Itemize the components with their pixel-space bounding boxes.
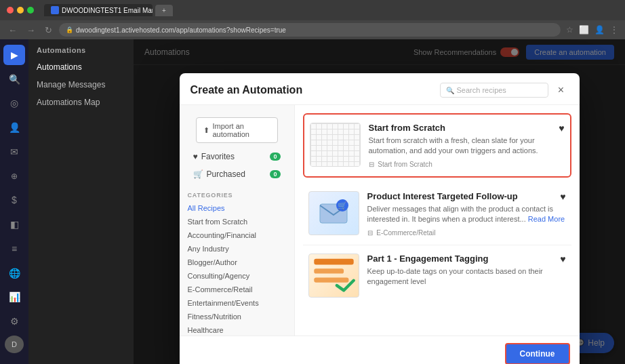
- recipe-tag-product-interest: E-Commerce/Retail: [367, 229, 566, 237]
- url-text: dwoodingtest1.activehosted.com/app/autom…: [76, 26, 286, 34]
- favorites-section: ⬆ Import an automation ♥ Favorites 0: [180, 105, 294, 186]
- extensions-icon[interactable]: ⬜: [578, 24, 590, 36]
- modal-right-panel: Start from Scratch Start from scratch wi…: [295, 105, 580, 336]
- new-tab-button[interactable]: +: [155, 5, 173, 16]
- profile-icon[interactable]: 👤: [593, 24, 606, 36]
- sidebar-item-manage-messages[interactable]: Manage Messages: [28, 76, 134, 94]
- traffic-light-minimize[interactable]: [17, 7, 24, 14]
- modal-header-right: 🔍 Search recipes ×: [440, 83, 569, 98]
- category-all-recipes[interactable]: All Recipes: [180, 201, 294, 215]
- svg-rect-5: [314, 277, 348, 282]
- category-entertainment[interactable]: Entertainment/Events: [180, 296, 294, 310]
- recipe-heart-engagement[interactable]: ♥: [560, 254, 565, 264]
- favorites-item[interactable]: ♥ Favorites 0: [188, 148, 286, 165]
- cart-icon: 🛒: [193, 169, 203, 179]
- import-btn-label: Import an automation: [213, 122, 270, 138]
- url-bar[interactable]: 🔒 dwoodingtest1.activehosted.com/app/aut…: [59, 23, 561, 37]
- recipe-title-engagement: Part 1 - Engagement Tagging: [367, 254, 566, 264]
- import-icon: ⬆: [203, 126, 209, 135]
- purchased-item[interactable]: 🛒 Purchased 0: [188, 166, 286, 182]
- continue-button[interactable]: Continue: [505, 343, 570, 364]
- back-button[interactable]: ←: [5, 24, 20, 37]
- secondary-sidebar: Automations Automations Manage Messages …: [28, 39, 134, 364]
- sidebar-icon-settings[interactable]: ⚙: [3, 311, 25, 331]
- category-healthcare[interactable]: Healthcare: [180, 323, 294, 336]
- create-automation-modal: Create an Automation 🔍 Search recipes ×: [180, 73, 580, 364]
- traffic-light-close[interactable]: [7, 7, 14, 14]
- category-consulting[interactable]: Consulting/Agency: [180, 269, 294, 283]
- email-svg-icon: 🛒: [317, 196, 350, 230]
- sidebar-icon-contacts[interactable]: 👤: [3, 117, 25, 138]
- traffic-light-maximize[interactable]: [27, 7, 34, 14]
- sidebar-item-automations[interactable]: Automations: [28, 58, 134, 76]
- svg-text:🛒: 🛒: [338, 201, 347, 210]
- category-fitness[interactable]: Fitness/Nutrition: [180, 310, 294, 323]
- category-start-from-scratch[interactable]: Start from Scratch: [180, 215, 294, 228]
- icon-sidebar: ▶ 🔍 ◎ 👤 ✉ ⊕ $ ◧ ≡ 🌐 📊 ⚙ D: [0, 39, 28, 364]
- tab-title: DWOODINGTEST1 Email Mar...: [62, 7, 153, 14]
- sidebar-icon-list[interactable]: ≡: [3, 239, 25, 259]
- favorites-label: Favorites: [201, 152, 235, 161]
- recipe-desc-product-interest: Deliver messages that align with the pro…: [367, 204, 566, 225]
- tab-bar: DWOODINGTEST1 Email Mar... × +: [44, 4, 618, 16]
- category-ecommerce[interactable]: E-Commerce/Retail: [180, 283, 294, 296]
- sidebar-item-automations-map[interactable]: Automations Map: [28, 94, 134, 111]
- forward-button[interactable]: →: [24, 24, 38, 37]
- browser-titlebar: DWOODINGTEST1 Email Mar... × +: [0, 0, 625, 20]
- heart-icon: ♥: [193, 152, 198, 161]
- import-automation-button[interactable]: ⬆ Import an automation: [196, 117, 278, 143]
- refresh-button[interactable]: ↻: [42, 24, 55, 37]
- sidebar-icon-search[interactable]: 🔍: [3, 69, 25, 89]
- browser-tab-active[interactable]: DWOODINGTEST1 Email Mar... ×: [44, 4, 153, 16]
- sidebar-icon-pages[interactable]: ◧: [3, 214, 25, 235]
- sidebar-icon-location[interactable]: ◎: [3, 94, 25, 114]
- star-icon[interactable]: ☆: [565, 24, 575, 36]
- modal-close-button[interactable]: ×: [554, 83, 569, 98]
- search-recipes-input[interactable]: 🔍 Search recipes: [440, 83, 548, 98]
- recipe-heart-product-interest[interactable]: ♥: [560, 191, 565, 202]
- sidebar-icon-analytics[interactable]: 📊: [3, 287, 25, 308]
- menu-icon[interactable]: ⋮: [609, 24, 620, 36]
- modal-footer: Continue: [180, 336, 580, 364]
- category-any-industry[interactable]: Any Industry: [180, 242, 294, 256]
- modal-left-panel: ⬆ Import an automation ♥ Favorites 0: [180, 105, 295, 336]
- sidebar-icon-deals[interactable]: $: [3, 190, 25, 211]
- modal-body: ⬆ Import an automation ♥ Favorites 0: [180, 105, 580, 336]
- category-accounting[interactable]: Accounting/Financial: [180, 228, 294, 242]
- modal-overlay: Create an Automation 🔍 Search recipes ×: [134, 39, 625, 364]
- tab-favicon-icon: [51, 6, 59, 14]
- categories-header: CATEGORIES: [180, 186, 294, 201]
- search-icon: 🔍: [446, 87, 454, 94]
- favorites-badge: 0: [270, 153, 280, 161]
- recipe-thumbnail-scratch: [310, 123, 361, 167]
- grid-pattern: [310, 123, 360, 166]
- recipe-title-product-interest: Product Interest Targeted Follow-up: [367, 191, 566, 201]
- search-placeholder: Search recipes: [457, 86, 506, 94]
- recipe-content-engagement: Part 1 - Engagement Tagging Keep up-to-d…: [367, 254, 566, 291]
- read-more-link[interactable]: Read More: [528, 215, 565, 223]
- recipe-desc-scratch: Start from scratch with a fresh, clean s…: [369, 136, 565, 157]
- avatar[interactable]: D: [5, 336, 24, 353]
- recipe-tag-scratch: Start from Scratch: [369, 161, 565, 168]
- recipe-desc-engagement: Keep up-to-date tags on your contacts ba…: [367, 266, 566, 287]
- browser-nav: ← → ↻ 🔒 dwoodingtest1.activehosted.com/a…: [0, 20, 625, 39]
- sidebar-icon-reports[interactable]: ⊕: [3, 166, 25, 186]
- purchased-label: Purchased: [207, 169, 245, 179]
- recipe-title-scratch: Start from Scratch: [369, 123, 565, 133]
- recipe-thumbnail-engagement: [308, 254, 359, 298]
- sidebar-icon-email[interactable]: ✉: [3, 142, 25, 162]
- secondary-sidebar-header: Automations: [28, 39, 134, 58]
- recipe-content-product-interest: Product Interest Targeted Follow-up Deli…: [367, 191, 566, 237]
- recipe-card-scratch[interactable]: Start from Scratch Start from scratch wi…: [303, 113, 571, 178]
- recipe-card-engagement[interactable]: Part 1 - Engagement Tagging Keep up-to-d…: [303, 245, 571, 306]
- recipe-card-product-interest[interactable]: 🛒 Product Interest Targeted Follow-up De…: [303, 183, 571, 245]
- app-content: ▶ 🔍 ◎ 👤 ✉ ⊕ $ ◧ ≡ 🌐 📊 ⚙ D Automations Au…: [0, 39, 625, 364]
- sidebar-icon-web[interactable]: 🌐: [3, 263, 25, 283]
- modal-title: Create an Automation: [190, 84, 303, 96]
- sidebar-icon-automations[interactable]: ▶: [3, 45, 25, 65]
- modal-header: Create an Automation 🔍 Search recipes ×: [180, 73, 580, 105]
- recipe-heart-scratch[interactable]: ♥: [559, 123, 564, 134]
- lock-icon: 🔒: [66, 26, 73, 33]
- category-blogger[interactable]: Blogger/Author: [180, 256, 294, 269]
- recipe-content-scratch: Start from Scratch Start from scratch wi…: [369, 123, 565, 168]
